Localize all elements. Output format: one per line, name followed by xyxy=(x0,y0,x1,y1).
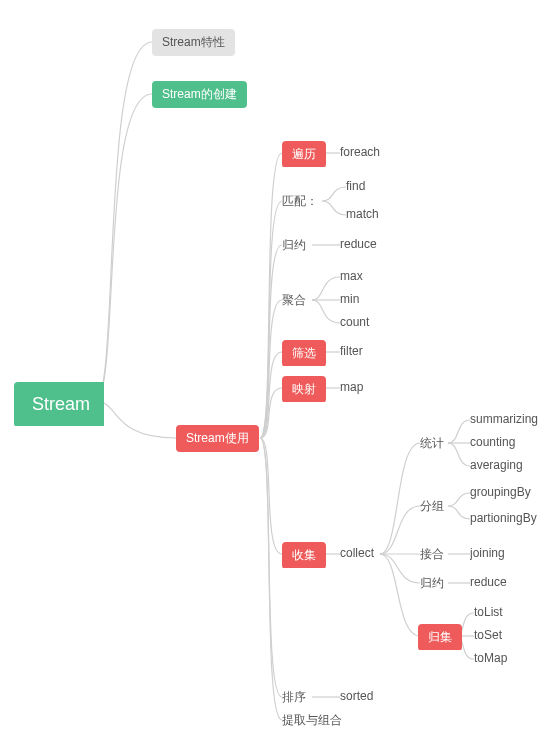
node-reduce-label: 归约 xyxy=(282,237,332,254)
leaf-counting: counting xyxy=(470,435,554,449)
node-group-label: 分组 xyxy=(420,498,460,515)
leaf-tolist: toList xyxy=(474,605,544,619)
leaf-reduce2: reduce xyxy=(470,575,554,589)
node-sort-label: 排序 xyxy=(282,689,332,706)
leaf-match: match xyxy=(346,207,406,221)
node-tocollection-label: 归集 xyxy=(418,624,462,650)
root-node: Stream xyxy=(14,382,104,426)
leaf-count: count xyxy=(340,315,390,329)
leaf-min: min xyxy=(340,292,390,306)
leaf-map: map xyxy=(340,380,400,394)
leaf-reduce: reduce xyxy=(340,237,400,251)
leaf-foreach: foreach xyxy=(340,145,410,159)
leaf-averaging: averaging xyxy=(470,458,554,472)
node-filter-label: 筛选 xyxy=(282,340,326,366)
leaf-filter: filter xyxy=(340,344,400,358)
node-features: Stream特性 xyxy=(152,29,235,56)
node-use: Stream使用 xyxy=(176,425,259,452)
node-create: Stream的创建 xyxy=(152,81,247,108)
leaf-tomap: toMap xyxy=(474,651,544,665)
node-collect-label: 收集 xyxy=(282,542,326,568)
leaf-toset: toSet xyxy=(474,628,544,642)
node-map-label: 映射 xyxy=(282,376,326,402)
leaf-find: find xyxy=(346,179,406,193)
node-match-label: 匹配： xyxy=(282,193,342,210)
leaf-collect: collect xyxy=(340,546,400,560)
node-iterate: 遍历 xyxy=(282,141,326,167)
leaf-joining: joining xyxy=(470,546,554,560)
leaf-partioningby: partioningBy xyxy=(470,511,554,525)
node-agg-label: 聚合 xyxy=(282,292,332,309)
mindmap-canvas: .edge { stroke: #cfcfcf; stroke-width: 1… xyxy=(0,0,554,730)
leaf-summarizing: summarizing xyxy=(470,412,554,426)
node-stat-label: 统计 xyxy=(420,435,460,452)
leaf-max: max xyxy=(340,269,390,283)
node-join-label: 接合 xyxy=(420,546,460,563)
leaf-sorted: sorted xyxy=(340,689,400,703)
node-extract-label: 提取与组合 xyxy=(282,712,372,729)
leaf-groupingby: groupingBy xyxy=(470,485,554,499)
node-reduce2-label: 归约 xyxy=(420,575,460,592)
